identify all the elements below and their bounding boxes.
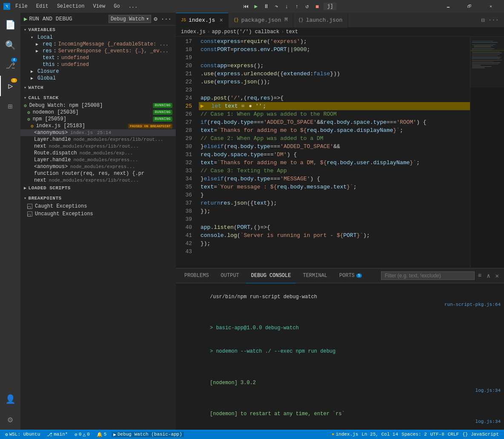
callstack-collapse-icon[interactable]: ▾ — [24, 95, 27, 100]
variables-header[interactable]: ▾ VARIABLES — [20, 26, 176, 34]
cs-anonymous-1[interactable]: <anonymous> index.js 25:14 — [20, 129, 176, 136]
debug-config-dropdown[interactable]: Debug Watch ▾ — [109, 15, 151, 23]
menu-view[interactable]: View — [91, 3, 107, 10]
cs-next-2[interactable]: next node_modules/express/lib/rout... — [20, 177, 176, 184]
console-close-icon[interactable]: ✕ — [494, 271, 501, 280]
statusbar-branch[interactable]: ⎇ main* — [45, 432, 69, 437]
watch-collapse-icon[interactable]: ▾ — [24, 85, 27, 90]
cs-npm[interactable]: ⚙ npm [25059] RUNNING — [20, 116, 176, 123]
statusbar-errors[interactable]: ⊘ 0 △ 0 — [73, 432, 91, 437]
panel-tab-ports[interactable]: PORTS5 — [334, 268, 367, 283]
panel-tab-terminal[interactable]: TERMINAL — [298, 268, 332, 283]
statusbar-spaces[interactable]: Spaces: 2 — [400, 432, 428, 437]
watch-header[interactable]: ▾ WATCH — [20, 83, 176, 92]
activity-extensions[interactable]: ⊞ — [0, 96, 20, 117]
console-link-1[interactable]: run-script-pkg.js:64 — [444, 301, 501, 308]
debug-run-icon[interactable]: ▶ — [24, 15, 27, 23]
variables-collapse-icon[interactable]: ▾ — [24, 27, 27, 32]
cs-route-dispatch[interactable]: Route.dispatch node_modules/exp... — [20, 150, 176, 157]
cs-nodemon[interactable]: ⚙ nodemon [25036] RUNNING — [20, 109, 176, 116]
activity-explorer[interactable]: 📄 — [0, 14, 20, 35]
debug-step-into-btn[interactable]: ↓ — [282, 2, 291, 11]
panel-tab-debug-console[interactable]: DEBUG CONSOLE — [246, 268, 296, 283]
callstack-header[interactable]: ▾ CALL STACK — [20, 94, 176, 102]
debug-more-icon[interactable]: ··· — [160, 15, 172, 23]
debug-step-out-btn[interactable]: ↑ — [292, 2, 301, 11]
statusbar-debug-session[interactable]: ▶ Debug Watch (basic-app) — [112, 432, 183, 437]
tab-close-index-js[interactable]: × — [219, 17, 223, 24]
bp-caught-exceptions[interactable]: ☐ Caught Exceptions — [20, 202, 176, 210]
var-req[interactable]: ▶ req : IncomingMessage {_readableState:… — [20, 41, 176, 48]
breadcrumb-file[interactable]: index.js — [181, 29, 206, 35]
console-wrap-icon[interactable]: ≡ — [476, 271, 483, 280]
variables-local[interactable]: ▾ Local — [20, 34, 176, 41]
statusbar-encoding[interactable]: UTF-8 — [429, 432, 446, 437]
menu-more[interactable]: ... — [127, 3, 140, 10]
console-filter-input[interactable] — [381, 271, 475, 280]
console-link-4[interactable]: log.js:34 — [475, 387, 501, 394]
cs-indexjs[interactable]: ⚙ index.js [25183] PAUSED ON BREAKPOINT — [20, 123, 176, 129]
minimize-btn[interactable]: 🗕 — [438, 0, 458, 13]
breakpoints-header[interactable]: ▾ BREAKPOINTS — [20, 194, 176, 202]
var-global[interactable]: ▶ Global — [20, 75, 176, 82]
var-this[interactable]: this : undefined — [20, 61, 176, 68]
statusbar-debug-file[interactable]: ● index.js — [330, 432, 360, 437]
debug-pause-btn[interactable]: ⏸ — [261, 2, 271, 11]
split-editor-icon[interactable]: ⊟ — [479, 17, 486, 24]
bell-icon: 🔔 — [97, 432, 103, 437]
close-btn[interactable]: ✕ — [481, 0, 501, 13]
var-text[interactable]: text : undefined — [20, 54, 176, 61]
var-res[interactable]: ▶ res : ServerResponse {_events: {…}, _e… — [20, 48, 176, 54]
statusbar-eol[interactable]: CRLF — [446, 432, 461, 437]
debug-settings-icon[interactable]: ⚙ — [153, 14, 158, 23]
statusbar-language[interactable]: {} JavaScript — [461, 432, 501, 437]
statusbar-notifications[interactable]: 🔔 5 — [95, 432, 109, 437]
cs-layer-handle-2[interactable]: Layer.handle node_modules/express... — [20, 157, 176, 163]
activity-search[interactable]: 🔍 — [0, 35, 20, 55]
cs-debug-watch[interactable]: ⚙ Debug Watch: npm [25008] RUNNING — [20, 102, 176, 109]
loaded-scripts-section: ▶ LOADED SCRIPTS — [20, 184, 176, 192]
cs-layer-handle-1[interactable]: Layer.handle node_modules/express/lib/ro… — [20, 136, 176, 143]
breakpoints-collapse-icon[interactable]: ▾ — [24, 196, 27, 201]
console-scroll-top-icon[interactable]: ∧ — [485, 271, 492, 280]
tab-package-json[interactable]: {} package.json M — [229, 13, 293, 28]
debug-back-btn[interactable]: ⏮ — [241, 2, 250, 11]
tab-index-js[interactable]: JS index.js × — [176, 13, 229, 28]
title-search[interactable]: j] — [324, 3, 336, 10]
activity-debug[interactable]: ▷ 1 — [0, 76, 20, 96]
menu-selection[interactable]: Selection — [55, 3, 86, 10]
bp-uncaught-checkbox[interactable]: ☐ — [27, 211, 32, 217]
activity-accounts[interactable]: 👤 — [0, 389, 20, 409]
activity-source-control[interactable]: ⎇ 4 — [0, 55, 20, 76]
code-content[interactable]: const express = require('express'); cons… — [197, 37, 470, 268]
cs-anonymous-2[interactable]: <anonymous> node_modules/express... — [20, 163, 176, 170]
debug-step-over-btn[interactable]: ↷ — [272, 2, 281, 11]
status-bar: ⚙ WSL: Ubuntu ⎇ main* ⊘ 0 △ 0 🔔 5 ▶ Debu… — [0, 430, 504, 439]
console-link-5[interactable]: log.js:34 — [475, 418, 501, 425]
bp-caught-checkbox[interactable]: ☐ — [27, 204, 32, 209]
statusbar-wsl[interactable]: ⚙ WSL: Ubuntu — [3, 432, 42, 437]
loaded-scripts-collapse-icon[interactable]: ▶ — [24, 185, 27, 191]
cs-next-1[interactable]: next node_modules/express/lib/rout... — [20, 143, 176, 150]
cs-router-fn[interactable]: function router(req, res, next) {.pr — [20, 170, 176, 177]
menu-edit[interactable]: Edit — [34, 3, 50, 10]
var-closure[interactable]: ▶ Closure — [20, 68, 176, 75]
cs-anon1-file: index.js — [70, 130, 93, 135]
more-actions-icon[interactable]: ··· — [487, 17, 501, 23]
panel-tab-problems[interactable]: PROBLEMS — [179, 268, 214, 283]
bp-uncaught-exceptions[interactable]: ☐ Uncaught Exceptions — [20, 210, 176, 218]
tab-launch-json[interactable]: {} launch.json — [293, 13, 348, 28]
menu-file[interactable]: File — [14, 3, 29, 10]
maximize-btn[interactable]: 🗗 — [460, 0, 479, 13]
loaded-scripts-header[interactable]: ▶ LOADED SCRIPTS — [20, 184, 176, 192]
breadcrumb-callback[interactable]: app.post('/') callback — [212, 29, 279, 35]
debug-stop-btn[interactable]: ◼ — [312, 2, 322, 11]
activity-settings[interactable]: ⚙ — [0, 409, 20, 430]
statusbar-cursor-pos[interactable]: Ln 25, Col 14 — [360, 432, 400, 437]
debug-continue-btn[interactable]: ▶ — [251, 2, 261, 11]
debug-restart-btn[interactable]: ↺ — [302, 2, 312, 11]
menu-go[interactable]: Go — [112, 3, 121, 10]
breadcrumb-var[interactable]: text — [286, 29, 298, 35]
panel-tab-output[interactable]: OUTPUT — [216, 268, 244, 283]
loaded-scripts-title: LOADED SCRIPTS — [29, 185, 71, 191]
